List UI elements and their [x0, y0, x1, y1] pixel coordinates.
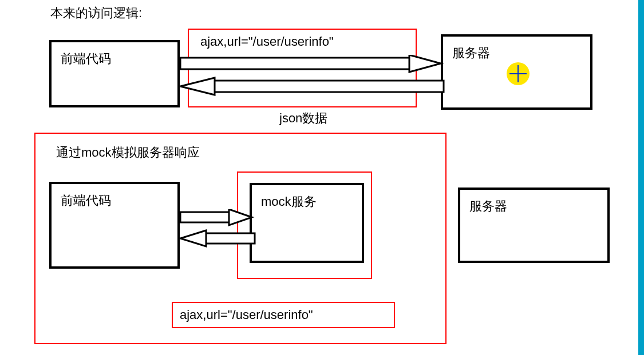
- highlight-ajax-bottom: ajax,url="/user/userinfo": [172, 302, 395, 328]
- svg-marker-8: [229, 209, 252, 225]
- arrows-bottom: [177, 209, 258, 255]
- label-ajax-bottom: ajax,url="/user/userinfo": [180, 308, 313, 322]
- label-frontend-top: 前端代码: [61, 51, 111, 66]
- label-server-bottom: 服务器: [469, 199, 507, 213]
- box-frontend-top: 前端代码: [49, 40, 180, 107]
- box-mock-service: mock服务: [250, 183, 364, 263]
- label-server-top: 服务器: [452, 46, 490, 60]
- label-ajax-top: ajax,url="/user/userinfo": [200, 34, 334, 49]
- arrows-top: [177, 55, 447, 101]
- svg-rect-3: [180, 58, 412, 69]
- label-json-data: json数据: [279, 110, 327, 127]
- label-frontend-bottom: 前端代码: [61, 193, 111, 208]
- svg-rect-5: [212, 81, 444, 92]
- crosshair-target-icon: [505, 61, 531, 87]
- title-mock-section: 通过mock模拟服务器响应: [56, 144, 200, 161]
- svg-rect-9: [203, 233, 255, 244]
- box-server-bottom: 服务器: [458, 188, 610, 263]
- box-frontend-bottom: 前端代码: [49, 182, 180, 269]
- svg-marker-10: [180, 230, 206, 246]
- svg-rect-7: [180, 212, 232, 222]
- right-stripe: [638, 0, 644, 355]
- title-original-logic: 本来的访问逻辑:: [50, 5, 142, 22]
- svg-marker-6: [180, 78, 215, 95]
- svg-marker-4: [409, 55, 441, 72]
- label-mock-service: mock服务: [261, 194, 317, 209]
